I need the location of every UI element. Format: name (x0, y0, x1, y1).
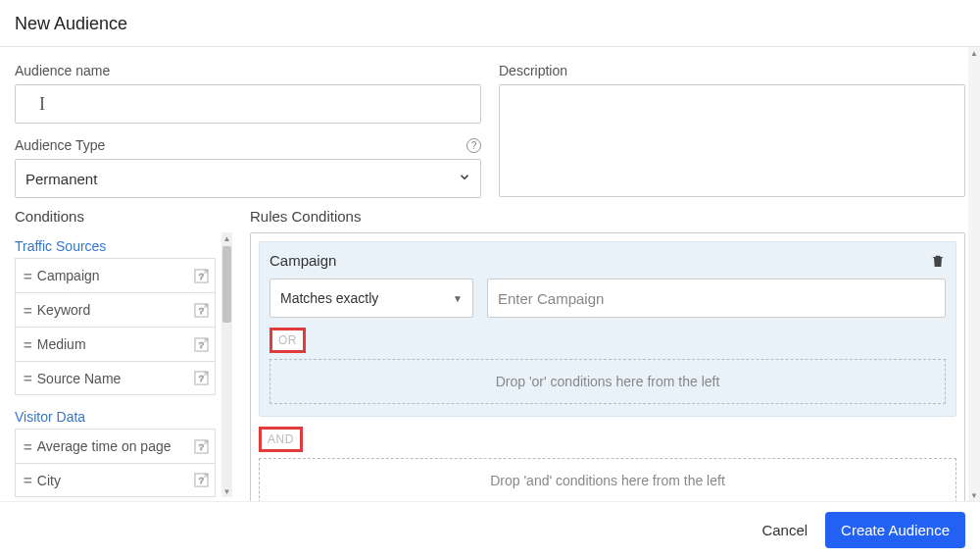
condition-item-label: Average time on page (37, 438, 194, 454)
svg-text:?: ? (199, 306, 204, 316)
svg-line-11 (203, 373, 207, 377)
svg-line-5 (203, 304, 207, 308)
equals-icon: = (24, 302, 29, 319)
svg-line-8 (203, 338, 207, 342)
condition-item-label: Medium (37, 336, 194, 352)
svg-line-14 (203, 440, 207, 444)
audience-type-select[interactable]: Permanent (15, 159, 481, 198)
scroll-down-icon[interactable]: ▼ (968, 489, 980, 501)
condition-group-title: Visitor Data (15, 409, 216, 425)
condition-item-avg-time[interactable]: = Average time on page ? (15, 429, 216, 463)
svg-text:?: ? (199, 374, 204, 383)
equals-icon: = (24, 472, 29, 488)
scroll-down-icon[interactable]: ▼ (221, 485, 232, 497)
condition-item-source-name[interactable]: = Source Name ? (15, 361, 216, 395)
svg-text:?: ? (199, 476, 204, 485)
operator-select[interactable]: Matches exactly ▼ (270, 279, 473, 318)
audience-type-value: Permanent (25, 171, 97, 187)
svg-text:?: ? (199, 442, 204, 452)
help-arrow-icon: ? (194, 269, 209, 283)
conditions-scrollbar[interactable]: ▲ ▼ (221, 232, 232, 497)
cancel-button[interactable]: Cancel (761, 522, 808, 538)
help-icon[interactable]: ? (466, 138, 481, 153)
footer: Cancel Create Audience (0, 501, 980, 558)
condition-item-campaign[interactable]: = Campaign ? (15, 258, 216, 292)
condition-item-label: Campaign (37, 268, 194, 283)
rules-container: Campaign Matches exactly ▼ OR (250, 232, 965, 501)
scroll-up-icon[interactable]: ▲ (968, 47, 980, 59)
svg-line-17 (203, 475, 207, 479)
rules-title: Rules Conditions (250, 208, 965, 225)
main-scrollbar[interactable]: ▲ ▼ (968, 47, 980, 501)
help-arrow-icon: ? (194, 371, 209, 385)
svg-line-2 (203, 270, 207, 274)
description-label: Description (499, 63, 965, 78)
rule-group-label: Campaign (270, 252, 946, 269)
trash-icon[interactable] (930, 252, 946, 273)
condition-item-label: City (37, 473, 194, 488)
audience-type-label: Audience Type (15, 137, 105, 153)
and-drop-zone[interactable]: Drop 'and' conditions here from the left (259, 458, 956, 501)
help-arrow-icon: ? (194, 303, 209, 318)
equals-icon: = (24, 268, 29, 284)
help-arrow-icon: ? (194, 473, 209, 487)
or-drop-zone[interactable]: Drop 'or' conditions here from the left (270, 359, 946, 404)
help-arrow-icon: ? (194, 439, 209, 454)
condition-item-label: Keyword (37, 302, 194, 318)
audience-name-label: Audience name (15, 63, 481, 78)
condition-item-label: Source Name (37, 371, 194, 386)
condition-item-city[interactable]: = City ? (15, 463, 216, 497)
equals-icon: = (24, 336, 29, 353)
rule-value-input[interactable] (487, 279, 946, 318)
operator-value: Matches exactly (280, 290, 378, 306)
rule-group-campaign: Campaign Matches exactly ▼ OR (259, 241, 956, 417)
caret-down-icon: ▼ (453, 293, 463, 304)
condition-group-title: Traffic Sources (15, 238, 216, 254)
svg-text:?: ? (199, 272, 204, 281)
create-audience-button[interactable]: Create Audience (825, 512, 965, 548)
help-arrow-icon: ? (194, 337, 209, 352)
drop-zone-text: Drop 'and' conditions here from the left (490, 473, 725, 488)
drop-zone-text: Drop 'or' conditions here from the left (496, 374, 720, 389)
conditions-title: Conditions (15, 208, 232, 225)
audience-name-input[interactable] (15, 84, 481, 124)
description-input[interactable] (499, 84, 965, 197)
equals-icon: = (24, 438, 29, 455)
page-title: New Audience (0, 0, 980, 47)
scroll-up-icon[interactable]: ▲ (221, 232, 232, 244)
svg-text:?: ? (199, 340, 204, 350)
or-badge: OR (270, 328, 306, 353)
equals-icon: = (24, 370, 29, 386)
scrollbar-thumb[interactable] (222, 246, 231, 323)
main-content: Audience name I Audience Type ? Permanen… (0, 47, 980, 501)
condition-item-medium[interactable]: = Medium ? (15, 327, 216, 361)
condition-item-keyword[interactable]: = Keyword ? (15, 292, 216, 327)
and-badge: AND (259, 427, 303, 452)
